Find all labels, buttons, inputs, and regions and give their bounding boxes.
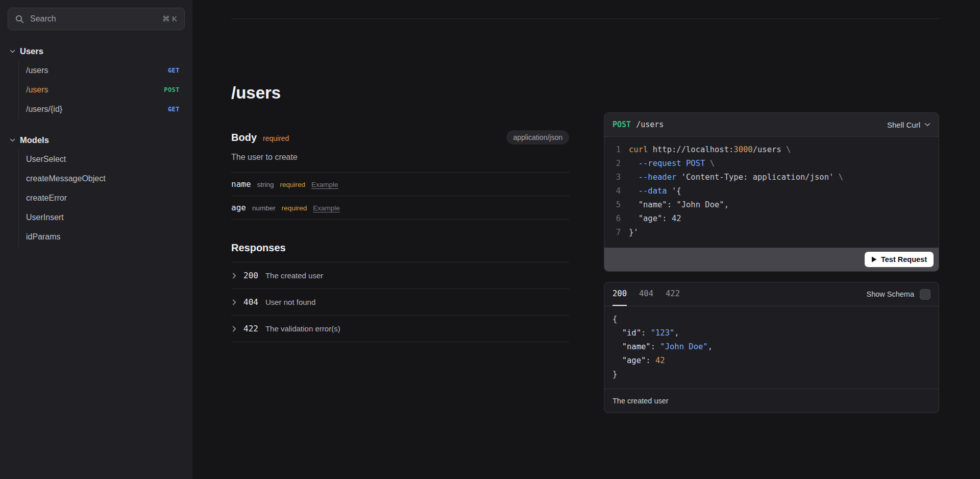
chevron-right-icon <box>232 326 236 332</box>
sidebar-item-label: idParams <box>26 232 61 242</box>
request-card-header: POST /users Shell Curl <box>604 113 939 137</box>
body-required-label: required <box>263 134 289 142</box>
line-number: 4 <box>612 184 621 198</box>
operation-details: /users Body required application/json Th… <box>231 83 569 413</box>
sidebar-item-label: /users/{id} <box>26 105 62 114</box>
search-box[interactable]: ⌘ K <box>8 8 185 30</box>
code-line: 6 "age": 42 <box>612 212 930 226</box>
sidebar-item[interactable]: idParams <box>19 227 185 247</box>
response-description: The validation error(s) <box>265 324 340 333</box>
chevron-down-icon <box>10 138 15 142</box>
code-line: 3 --header 'Content-Type: application/js… <box>612 171 930 184</box>
request-card-footer: Test Request <box>604 248 939 271</box>
code-line: 5 "name": "John Doe", <box>612 198 930 212</box>
sidebar-item[interactable]: /users GET <box>19 61 185 80</box>
test-request-button[interactable]: Test Request <box>865 252 934 267</box>
response-status-tab[interactable]: 422 <box>666 282 680 306</box>
body-section-title: Body <box>231 132 257 143</box>
body-field-row: name string required Example <box>231 173 569 196</box>
sidebar-item[interactable]: createError <box>19 188 185 208</box>
sidebar-item-method-badge: POST <box>164 86 180 93</box>
sidebar-section-header[interactable]: Users <box>8 42 185 61</box>
json-line: } <box>612 368 930 381</box>
body-fields: name string required Example age number … <box>231 173 569 220</box>
show-schema-checkbox[interactable] <box>920 289 930 300</box>
chevron-down-icon <box>924 123 930 127</box>
sidebar-item[interactable]: UserSelect <box>19 150 185 169</box>
sidebar-item[interactable]: /users/{id} GET <box>19 100 185 119</box>
response-card-footer: The created user <box>604 389 939 413</box>
responses-list: 200 The created user 404 User not found … <box>231 262 569 342</box>
code-line: 2 --request POST \ <box>612 157 930 171</box>
json-line: "age": 42 <box>612 354 930 368</box>
test-request-label: Test Request <box>881 255 927 264</box>
sidebar-section: Users /users GET /users POST /users/{id}… <box>8 42 185 119</box>
code-line: 1curl http://localhost:3000/users \ <box>612 143 930 157</box>
response-row[interactable]: 422 The validation error(s) <box>231 316 569 342</box>
sidebar-section-header[interactable]: Models <box>8 131 185 150</box>
response-description: User not found <box>265 298 315 306</box>
response-json: { "id": "123", "name": "John Doe", "age"… <box>604 306 939 389</box>
response-status-code: 404 <box>243 297 258 307</box>
response-status-tab[interactable]: 200 <box>612 282 627 306</box>
sidebar-item-label: UserInsert <box>26 213 64 222</box>
sidebar-item[interactable]: UserInsert <box>19 208 185 227</box>
code-line: 4 --data '{ <box>612 184 930 198</box>
response-status-code: 422 <box>243 324 258 333</box>
request-example-card: POST /users Shell Curl 1curl http://loca… <box>604 112 939 272</box>
chevron-right-icon <box>232 273 236 279</box>
chevron-down-icon <box>10 50 15 53</box>
responses-title: Responses <box>231 242 569 262</box>
sidebar-item-label: /users <box>26 85 48 94</box>
show-schema-label: Show Schema <box>867 290 915 298</box>
main-content: /users Body required application/json Th… <box>192 0 980 479</box>
sidebar-item[interactable]: /users POST <box>19 80 185 100</box>
sidebar: ⌘ K Users /users GET /users POST /users/… <box>0 0 192 479</box>
sidebar-item-label: UserSelect <box>26 155 66 164</box>
search-icon <box>15 15 24 23</box>
code-line: 7}' <box>612 226 930 240</box>
response-status-tab[interactable]: 404 <box>639 282 653 306</box>
field-name: name <box>231 179 251 189</box>
body-field-row: age number required Example <box>231 196 569 220</box>
json-line: { <box>612 313 930 326</box>
play-icon <box>871 256 877 262</box>
response-status-tabs: 200 404 422 <box>612 282 680 306</box>
sidebar-section-items: UserSelect createMessageObject createErr… <box>18 150 185 247</box>
line-number: 3 <box>612 171 621 184</box>
response-card-header: 200 404 422 Show Schema <box>604 282 939 306</box>
request-method: POST <box>612 120 631 129</box>
line-number: 2 <box>612 157 621 171</box>
json-line: "id": "123", <box>612 326 930 340</box>
client-selector[interactable]: Shell Curl <box>887 121 930 129</box>
line-number: 6 <box>612 212 621 226</box>
search-input[interactable] <box>29 14 157 24</box>
response-status-tab-label: 422 <box>666 289 680 298</box>
field-example-link[interactable]: Example <box>311 181 338 188</box>
line-number: 7 <box>612 226 621 240</box>
field-required-label: required <box>280 181 306 188</box>
content-type-badge: application/json <box>506 130 569 145</box>
field-required-label: required <box>282 204 307 212</box>
response-row[interactable]: 200 The created user <box>231 262 569 289</box>
request-code: 1curl http://localhost:3000/users \2 --r… <box>604 137 939 248</box>
field-type: number <box>252 204 276 212</box>
json-line: "name": "John Doe", <box>612 340 930 354</box>
sidebar-section: Models UserSelect createMessageObject cr… <box>8 131 185 247</box>
sidebar-item-method-badge: GET <box>168 67 180 74</box>
chevron-right-icon <box>232 299 236 305</box>
field-name: age <box>231 203 246 212</box>
sidebar-item-label: createMessageObject <box>26 174 106 183</box>
client-selector-label: Shell Curl <box>887 121 920 129</box>
field-example-link[interactable]: Example <box>313 204 340 212</box>
line-number: 5 <box>612 198 621 212</box>
page-title: /users <box>231 83 569 103</box>
sidebar-item[interactable]: createMessageObject <box>19 169 185 188</box>
search-shortcut: ⌘ K <box>162 14 177 23</box>
sidebar-section-label: Users <box>20 46 43 56</box>
field-type: string <box>257 181 274 188</box>
response-status-tab-label: 404 <box>639 289 653 298</box>
sidebar-section-items: /users GET /users POST /users/{id} GET <box>18 61 185 119</box>
line-number: 1 <box>612 143 621 157</box>
response-row[interactable]: 404 User not found <box>231 289 569 316</box>
